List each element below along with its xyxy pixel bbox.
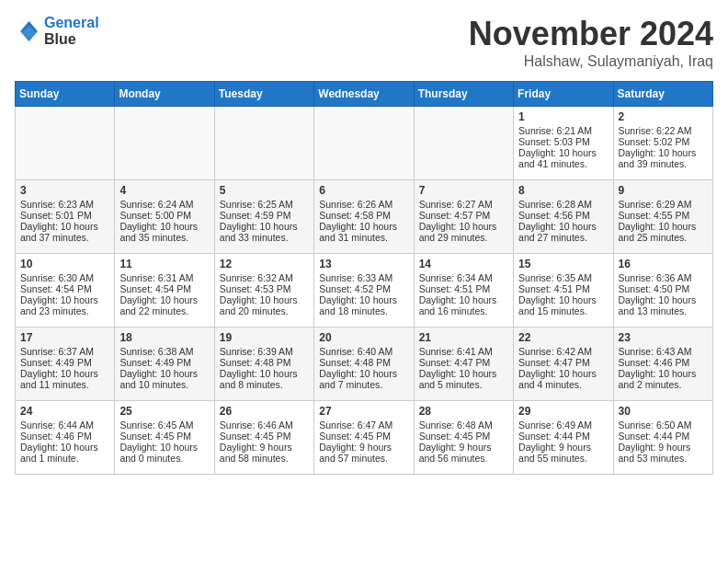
- day-info-line: and 11 minutes.: [20, 379, 109, 390]
- day-number: 3: [20, 184, 109, 197]
- day-number: 13: [319, 258, 408, 270]
- day-info-line: Daylight: 9 hours: [419, 442, 508, 453]
- month-title: November 2024: [469, 15, 713, 53]
- day-info-line: and 41 minutes.: [518, 158, 608, 169]
- calendar-cell: [314, 107, 414, 180]
- day-info-line: Daylight: 10 hours: [619, 221, 708, 232]
- calendar-cell: 13Sunrise: 6:33 AMSunset: 4:52 PMDayligh…: [314, 254, 414, 327]
- calendar-week-row: 10Sunrise: 6:30 AMSunset: 4:54 PMDayligh…: [16, 254, 713, 327]
- day-info-line: and 53 minutes.: [619, 453, 708, 464]
- calendar-week-row: 3Sunrise: 6:23 AMSunset: 5:01 PMDaylight…: [16, 180, 713, 254]
- day-info-line: Sunrise: 6:47 AM: [319, 419, 408, 431]
- day-info-line: Daylight: 10 hours: [518, 147, 608, 158]
- calendar-cell: 18Sunrise: 6:38 AMSunset: 4:49 PMDayligh…: [115, 327, 214, 401]
- day-info-line: Sunrise: 6:29 AM: [619, 199, 708, 210]
- day-info-line: Sunset: 4:51 PM: [518, 283, 608, 294]
- day-number: 23: [619, 331, 708, 344]
- calendar-cell: 26Sunrise: 6:46 AMSunset: 4:45 PMDayligh…: [214, 401, 313, 475]
- day-info-line: Sunrise: 6:34 AM: [419, 272, 508, 283]
- day-info-line: Sunset: 4:47 PM: [419, 357, 508, 368]
- day-info-line: Sunset: 4:48 PM: [319, 357, 408, 368]
- day-info-line: and 25 minutes.: [619, 232, 708, 243]
- day-info-line: Sunrise: 6:43 AM: [619, 346, 708, 357]
- calendar-body: 1Sunrise: 6:21 AMSunset: 5:03 PMDaylight…: [16, 107, 713, 475]
- day-info-line: Sunset: 4:44 PM: [619, 431, 708, 442]
- calendar-cell: 3Sunrise: 6:23 AMSunset: 5:01 PMDaylight…: [16, 180, 115, 254]
- day-info-line: Sunrise: 6:37 AM: [20, 346, 109, 357]
- day-info-line: Sunrise: 6:41 AM: [419, 346, 508, 357]
- day-info-line: Sunrise: 6:22 AM: [619, 125, 708, 136]
- day-info-line: Daylight: 10 hours: [619, 147, 708, 158]
- day-info-line: and 35 minutes.: [119, 232, 209, 243]
- day-info-line: and 2 minutes.: [619, 379, 708, 390]
- day-info-line: Sunset: 4:52 PM: [319, 283, 408, 294]
- day-info-line: and 29 minutes.: [419, 232, 508, 243]
- day-info-line: Sunset: 4:53 PM: [220, 283, 309, 294]
- day-info-line: Daylight: 10 hours: [119, 442, 209, 453]
- day-info-line: and 15 minutes.: [518, 305, 608, 316]
- calendar-table: SundayMondayTuesdayWednesdayThursdayFrid…: [15, 81, 713, 475]
- calendar-cell: 2Sunrise: 6:22 AMSunset: 5:02 PMDaylight…: [613, 107, 712, 180]
- day-info-line: Daylight: 10 hours: [518, 294, 608, 305]
- day-number: 15: [518, 258, 608, 270]
- calendar-cell: 17Sunrise: 6:37 AMSunset: 4:49 PMDayligh…: [16, 327, 115, 401]
- day-number: 7: [419, 184, 508, 197]
- weekday-header: Sunday: [16, 82, 115, 107]
- day-info-line: Sunrise: 6:35 AM: [518, 272, 608, 283]
- day-info-line: Sunrise: 6:33 AM: [319, 272, 408, 283]
- day-info-line: Sunrise: 6:23 AM: [20, 199, 109, 210]
- day-info-line: and 18 minutes.: [319, 305, 408, 316]
- calendar-cell: 5Sunrise: 6:25 AMSunset: 4:59 PMDaylight…: [214, 180, 313, 254]
- day-info-line: Sunrise: 6:48 AM: [419, 419, 508, 431]
- day-info-line: and 39 minutes.: [619, 158, 708, 169]
- weekday-header: Thursday: [414, 82, 513, 107]
- day-info-line: Daylight: 10 hours: [220, 294, 309, 305]
- day-info-line: Daylight: 10 hours: [319, 368, 408, 379]
- calendar-cell: 9Sunrise: 6:29 AMSunset: 4:55 PMDaylight…: [613, 180, 712, 254]
- day-info-line: Daylight: 10 hours: [619, 294, 708, 305]
- day-info-line: Sunrise: 6:46 AM: [220, 419, 309, 431]
- day-info-line: and 33 minutes.: [220, 232, 309, 243]
- day-info-line: Sunset: 4:47 PM: [518, 357, 608, 368]
- calendar-cell: [214, 107, 313, 180]
- day-number: 5: [220, 184, 309, 197]
- day-number: 28: [419, 405, 508, 418]
- day-info-line: and 1 minute.: [20, 453, 109, 464]
- day-info-line: Daylight: 10 hours: [119, 368, 209, 379]
- day-info-line: Sunrise: 6:40 AM: [319, 346, 408, 357]
- day-info-line: Sunset: 4:54 PM: [119, 283, 209, 294]
- day-info-line: Daylight: 10 hours: [220, 368, 309, 379]
- day-info-line: and 8 minutes.: [220, 379, 309, 390]
- location: Halshaw, Sulaymaniyah, Iraq: [469, 53, 713, 70]
- day-number: 14: [419, 258, 508, 270]
- day-info-line: Sunset: 5:01 PM: [20, 210, 109, 221]
- day-info-line: and 13 minutes.: [619, 305, 708, 316]
- day-info-line: Daylight: 10 hours: [419, 221, 508, 232]
- day-info-line: Sunrise: 6:45 AM: [119, 419, 209, 431]
- day-number: 30: [619, 405, 708, 418]
- day-info-line: and 56 minutes.: [419, 453, 508, 464]
- calendar-cell: 19Sunrise: 6:39 AMSunset: 4:48 PMDayligh…: [214, 327, 313, 401]
- day-info-line: and 27 minutes.: [518, 232, 608, 243]
- calendar-cell: [414, 107, 513, 180]
- day-info-line: Sunset: 4:49 PM: [119, 357, 209, 368]
- day-info-line: Sunset: 4:45 PM: [319, 431, 408, 442]
- calendar-cell: 16Sunrise: 6:36 AMSunset: 4:50 PMDayligh…: [613, 254, 712, 327]
- day-info-line: and 58 minutes.: [220, 453, 309, 464]
- day-number: 8: [518, 184, 608, 197]
- day-info-line: Daylight: 9 hours: [220, 442, 309, 453]
- calendar-cell: 22Sunrise: 6:42 AMSunset: 4:47 PMDayligh…: [514, 327, 613, 401]
- day-info-line: Sunrise: 6:39 AM: [220, 346, 309, 357]
- day-number: 21: [419, 331, 508, 344]
- calendar-cell: 12Sunrise: 6:32 AMSunset: 4:53 PMDayligh…: [214, 254, 313, 327]
- calendar-cell: 10Sunrise: 6:30 AMSunset: 4:54 PMDayligh…: [16, 254, 115, 327]
- day-info-line: Sunset: 4:51 PM: [419, 283, 508, 294]
- calendar-cell: 4Sunrise: 6:24 AMSunset: 5:00 PMDaylight…: [115, 180, 214, 254]
- day-info-line: Daylight: 10 hours: [20, 368, 109, 379]
- day-info-line: Sunset: 5:00 PM: [119, 210, 209, 221]
- day-number: 1: [518, 110, 608, 123]
- day-info-line: Daylight: 9 hours: [518, 442, 608, 453]
- logo: General Blue: [15, 15, 99, 48]
- day-info-line: Sunrise: 6:25 AM: [220, 199, 309, 210]
- day-info-line: Daylight: 10 hours: [619, 368, 708, 379]
